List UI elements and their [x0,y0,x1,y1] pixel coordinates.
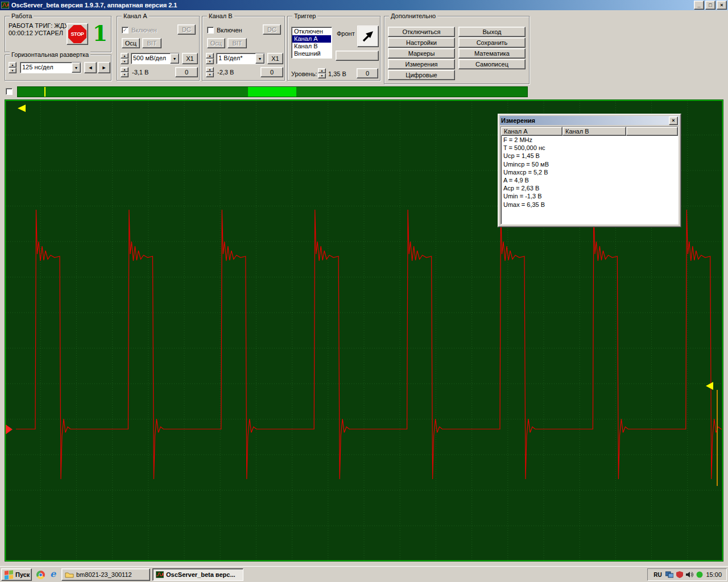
language-indicator[interactable]: RU [652,570,663,579]
trigger-source-option[interactable]: Отключен [292,28,331,35]
task-button-folder[interactable]: bm8021-23_300112 [61,568,150,581]
sweep-select[interactable]: 125 нс/дел ▼ [20,62,81,73]
channel-a-enabled-checkbox[interactable]: ✓ [122,27,129,34]
measurement-row: Umincp = 50 мВ [501,160,678,168]
channel-b-enabled-checkbox[interactable] [207,27,214,34]
buffer-position-bar[interactable] [17,86,528,97]
channel-a-enabled-label: Включен [131,27,157,34]
sweep-spin-down-icon[interactable]: ▼ [9,68,16,73]
group-rabota: Работа РАБОТА ТРИГ: ЖДУ 00:00:12 УСТАРЕЛ… [5,16,111,52]
channel-a-scale-spin-down-icon[interactable]: ▼ [121,59,129,64]
channel-a-bit-button[interactable]: BIT [142,38,162,48]
channel-b-scale-spin-up-icon[interactable]: ▲ [206,53,214,59]
measurements-title-bar[interactable]: Измерения × [500,116,679,125]
save-button[interactable]: Сохранить [458,38,526,48]
trigger-level-spin-up-icon[interactable]: ▲ [318,68,326,73]
channel-a-scale-dropdown-icon[interactable]: ▼ [170,53,179,64]
sweep-left-button[interactable]: ◄ [84,62,97,73]
network-icon[interactable] [665,571,673,578]
trigger-front-label: Фронт [337,30,355,37]
trigger-source-option-selected[interactable]: Канал A [292,35,331,43]
exit-button[interactable]: Выход [458,27,526,37]
start-button[interactable]: Пуск [1,568,32,581]
sweep-value: 125 нс/дел [20,63,72,73]
close-button[interactable]: × [717,1,727,10]
stop-sign-icon: STOP [68,25,86,43]
trigger-source-option[interactable]: Внешний [292,50,331,57]
channel-b-osc-button[interactable]: Осц [207,38,225,48]
channel-b-offset-spin-down-icon[interactable]: ▼ [206,72,214,77]
right-marker-icon[interactable] [706,382,713,390]
measurements-col-a-header[interactable]: Канал A [501,127,562,136]
channel-a-offset-spin-up-icon[interactable]: ▲ [121,67,129,72]
trigger-edge-button[interactable] [357,26,379,47]
trigger-level-spin-down-icon[interactable]: ▼ [318,73,326,78]
antivirus-icon[interactable] [696,571,703,578]
trigger-source-option[interactable]: Канал B [292,43,331,50]
ie-icon[interactable]: e [48,568,58,579]
measurements-window: Измерения × Канал A Канал B F = 2 MHz T … [498,114,681,227]
minimize-button[interactable]: _ [694,1,704,10]
markers-button[interactable]: Маркеры [388,48,455,59]
measurements-col-b-header[interactable]: Канал B [562,127,626,136]
trigger-level-zero-button[interactable]: 0 [357,68,378,78]
channel-b-bit-button[interactable]: BIT [228,38,247,48]
measurements-close-icon[interactable]: × [669,117,678,125]
sweep-dropdown-icon[interactable]: ▼ [72,63,81,73]
task-button-oscserver[interactable]: OscServer_beta верс... [152,568,243,581]
channel-a-dc-button[interactable]: DC [177,24,196,35]
trigger-source-list[interactable]: Отключен Канал A Канал B Внешний [291,27,332,59]
sweep-right-button[interactable]: ► [98,62,110,73]
app-icon [1,2,9,9]
group-channel-a: Канал A ✓ Включен DC Осц BIT ▲ ▼ 500 мВ/… [117,16,200,81]
channel-b-scale-spin-down-icon[interactable]: ▼ [206,59,214,64]
measurements-button[interactable]: Измерения [388,59,455,69]
measurement-row: A = 4,9 В [501,176,678,184]
group-rabota-title: Работа [10,13,34,19]
channel-a-zero-button[interactable]: 0 [175,67,198,77]
measurement-row: Acp = 2,63 В [501,184,678,192]
channel-a-offset-value: -3,1 В [132,69,148,76]
position-bar-checkbox[interactable] [6,88,13,95]
maximize-button[interactable]: □ [705,1,715,10]
volume-icon[interactable] [686,571,693,578]
clock[interactable]: 15:00 [706,571,722,578]
channel-a-x1-button[interactable]: X1 [182,53,198,64]
channel-b-offset-spin-up-icon[interactable]: ▲ [206,67,214,72]
visible-window-segment[interactable] [248,87,296,97]
measurements-title: Измерения [501,117,669,124]
settings-button[interactable]: Настройки [388,38,455,48]
left-marker-icon[interactable] [18,105,26,112]
disconnect-button[interactable]: Отключиться [388,27,455,37]
channel-b-x1-button[interactable]: X1 [267,53,283,64]
channel-b-scale-select[interactable]: 1 В/дел* ▼ [216,53,265,64]
title-bar[interactable]: OscServer_beta версия 1.9.3.7, аппаратна… [0,0,728,10]
channel-a-offset-spin-down-icon[interactable]: ▼ [121,72,129,77]
trigger-blank-button[interactable] [336,51,379,61]
edge-arrow-icon [361,29,375,44]
sweep-spin-up-icon[interactable]: ▲ [9,62,16,68]
start-label: Пуск [15,571,30,578]
chrome-icon[interactable] [35,569,46,580]
channel-b-scale-dropdown-icon[interactable]: ▼ [255,53,264,64]
trigger-level-marker-icon[interactable] [6,425,13,434]
active-channel-indicator: 1 [92,21,109,47]
shield-icon[interactable] [676,571,683,578]
math-button[interactable]: Математика [458,48,526,59]
measurement-row: Umin = -1,3 В [501,192,678,200]
stop-button[interactable]: STOP [67,23,88,45]
channel-b-dc-button[interactable]: DC [263,24,281,35]
measurements-body: Канал A Канал B F = 2 MHz T = 500,000 нс… [500,126,679,225]
measurement-row: F = 2 MHz [501,136,678,144]
channel-a-osc-button[interactable]: Осц [122,38,140,48]
group-trigger: Триггер Отключен Канал A Канал B Внешний… [287,16,380,81]
recorder-button[interactable]: Самописец [458,59,526,69]
channel-b-zero-button[interactable]: 0 [260,67,283,77]
oscserver-task-icon [156,571,164,578]
group-trigger-title: Триггер [292,13,317,19]
channel-a-scale-select[interactable]: 500 мВ/дел ▼ [131,53,180,64]
channel-a-scale-spin-up-icon[interactable]: ▲ [121,53,129,59]
digital-button[interactable]: Цифровые [388,70,455,80]
group-extra: Дополнительно Отключиться Настройки Марк… [384,16,530,84]
group-channel-b: Канал B Включен DC Осц BIT ▲ ▼ 1 В/дел* … [202,16,285,81]
